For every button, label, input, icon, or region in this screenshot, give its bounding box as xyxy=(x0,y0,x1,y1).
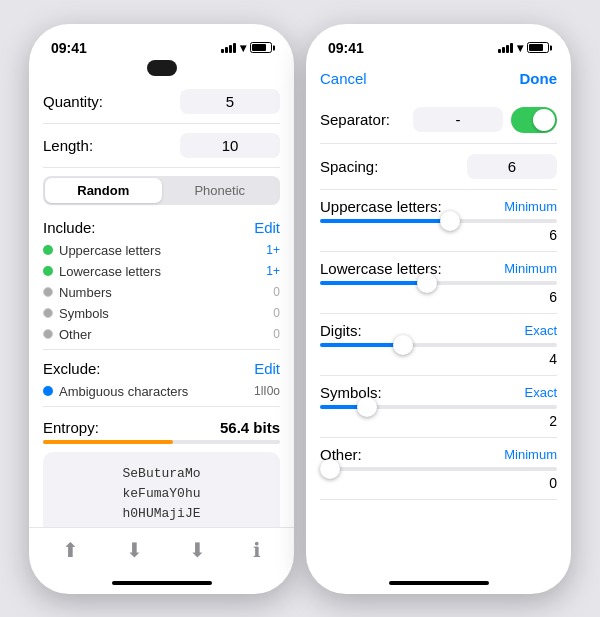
digits-slider-track[interactable] xyxy=(320,343,557,347)
include-other: Other 0 xyxy=(43,324,280,345)
digits-slider-thumb[interactable] xyxy=(393,335,413,355)
right-time: 09:41 xyxy=(328,40,364,56)
numbers-label: Numbers xyxy=(59,285,112,300)
include-lowercase: Lowercase letters 1+ xyxy=(43,261,280,282)
include-edit-button[interactable]: Edit xyxy=(254,219,280,236)
digits-slider-value: 4 xyxy=(320,351,557,367)
ambiguous-label: Ambiguous characters xyxy=(59,384,188,399)
entropy-label: Entropy: xyxy=(43,419,99,436)
uppercase-slider-track[interactable] xyxy=(320,219,557,223)
right-phone: 09:41 ▾ Cancel Done Separator: - xyxy=(306,24,571,594)
include-header: Include: Edit xyxy=(43,213,280,240)
symbols-dot xyxy=(43,308,53,318)
entropy-bar-fill xyxy=(43,440,173,444)
info-icon[interactable]: ℹ xyxy=(253,538,261,562)
right-battery-icon xyxy=(527,42,549,53)
symbols-slider-type: Exact xyxy=(524,385,557,400)
length-label: Length: xyxy=(43,137,113,154)
symbols-count: 0 xyxy=(273,306,280,320)
left-status-bar: 09:41 ▾ xyxy=(29,24,294,64)
wifi-icon: ▾ xyxy=(240,41,246,55)
exclude-label: Exclude: xyxy=(43,360,101,377)
download2-icon[interactable]: ⬇ xyxy=(189,538,206,562)
other-dot xyxy=(43,329,53,339)
lowercase-count: 1+ xyxy=(266,264,280,278)
download1-icon[interactable]: ⬇ xyxy=(126,538,143,562)
spacing-row: Spacing: 6 xyxy=(320,144,557,190)
other-label: Other xyxy=(59,327,92,342)
right-status-bar: 09:41 ▾ xyxy=(306,24,571,64)
separator-toggle[interactable] xyxy=(511,107,557,133)
spacing-value[interactable]: 6 xyxy=(467,154,557,179)
lowercase-dot xyxy=(43,266,53,276)
lowercase-slider-thumb[interactable] xyxy=(417,273,437,293)
digits-slider-type: Exact xyxy=(524,323,557,338)
password-line-3: h0HUMajiJE xyxy=(122,506,200,521)
separator-label: Separator: xyxy=(320,111,390,128)
other-slider-section: Other: Minimum 0 xyxy=(320,438,557,500)
digits-slider-fill xyxy=(320,343,403,347)
segment-phonetic[interactable]: Phonetic xyxy=(162,178,279,203)
exclude-edit-button[interactable]: Edit xyxy=(254,360,280,377)
other-slider-type: Minimum xyxy=(504,447,557,462)
uppercase-slider-section: Uppercase letters: Minimum 6 xyxy=(320,190,557,252)
lowercase-slider-fill xyxy=(320,281,427,285)
signal-icon xyxy=(221,43,236,53)
right-signal-icon xyxy=(498,43,513,53)
left-phone: 09:41 ▾ Quantity: 5 Length: 10 xyxy=(29,24,294,594)
other-slider-value: 0 xyxy=(320,475,557,491)
entropy-value: 56.4 bits xyxy=(220,419,280,436)
uppercase-dot xyxy=(43,245,53,255)
entropy-row: Entropy: 56.4 bits xyxy=(43,411,280,440)
length-row: Length: 10 xyxy=(43,124,280,168)
symbols-slider-section: Symbols: Exact 2 xyxy=(320,376,557,438)
left-phone-content: Quantity: 5 Length: 10 Random Phonetic I… xyxy=(29,80,294,527)
uppercase-slider-fill xyxy=(320,219,450,223)
ambiguous-dot xyxy=(43,386,53,396)
spacing-label: Spacing: xyxy=(320,158,378,175)
uppercase-count: 1+ xyxy=(266,243,280,257)
left-time: 09:41 xyxy=(51,40,87,56)
other-slider-track[interactable] xyxy=(320,467,557,471)
right-phone-content: Cancel Done Separator: - Spacing: 6 Uppe… xyxy=(306,64,571,576)
uppercase-slider-thumb[interactable] xyxy=(440,211,460,231)
lowercase-slider-section: Lowercase letters: Minimum 6 xyxy=(320,252,557,314)
length-value[interactable]: 10 xyxy=(180,133,280,158)
separator-row: Separator: - xyxy=(320,97,557,144)
uppercase-slider-label: Uppercase letters: xyxy=(320,198,442,215)
other-slider-thumb[interactable] xyxy=(320,459,340,479)
quantity-value[interactable]: 5 xyxy=(180,89,280,114)
symbols-slider-value: 2 xyxy=(320,413,557,429)
lowercase-slider-track[interactable] xyxy=(320,281,557,285)
mode-segmented-control[interactable]: Random Phonetic xyxy=(43,176,280,205)
uppercase-slider-value: 6 xyxy=(320,227,557,243)
right-header: Cancel Done xyxy=(320,64,557,97)
camera-notch xyxy=(29,60,294,76)
done-button[interactable]: Done xyxy=(520,70,558,87)
password-display: SeButuraMo keFumaY0hu h0HUMajiJE REJUxaJ… xyxy=(43,452,280,527)
symbols-slider-track[interactable] xyxy=(320,405,557,409)
other-count: 0 xyxy=(273,327,280,341)
left-status-icons: ▾ xyxy=(221,41,272,55)
right-home-bar xyxy=(389,581,489,585)
segment-random[interactable]: Random xyxy=(45,178,162,203)
ambiguous-chars: 1lI0o xyxy=(254,384,280,398)
uppercase-label: Uppercase letters xyxy=(59,243,161,258)
separator-value[interactable]: - xyxy=(413,107,503,132)
include-symbols: Symbols 0 xyxy=(43,303,280,324)
cancel-button[interactable]: Cancel xyxy=(320,70,367,87)
home-bar xyxy=(112,581,212,585)
exclude-header: Exclude: Edit xyxy=(43,354,280,381)
share-icon[interactable]: ⬆ xyxy=(62,538,79,562)
battery-icon xyxy=(250,42,272,53)
include-label: Include: xyxy=(43,219,96,236)
lowercase-label: Lowercase letters xyxy=(59,264,161,279)
lowercase-slider-type: Minimum xyxy=(504,261,557,276)
right-home-indicator xyxy=(306,576,571,594)
exclude-ambiguous: Ambiguous characters 1lI0o xyxy=(43,381,280,402)
right-status-icons: ▾ xyxy=(498,41,549,55)
home-indicator xyxy=(29,576,294,594)
symbols-slider-thumb[interactable] xyxy=(357,397,377,417)
camera-pill xyxy=(147,60,177,76)
entropy-bar-track xyxy=(43,440,280,444)
